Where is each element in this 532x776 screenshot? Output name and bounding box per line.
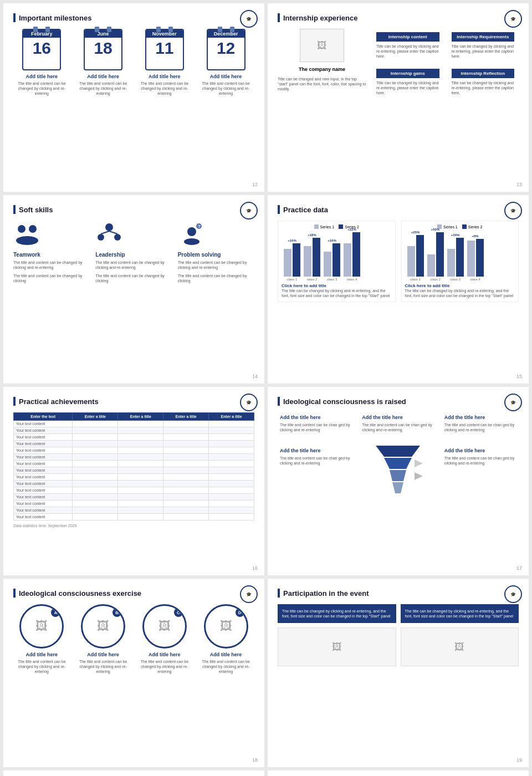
slide-title-participation: Participation in the event — [278, 589, 519, 598]
logo-ideology-exercise: 🎓 — [240, 585, 258, 603]
internship-header-3: Internship gains — [376, 69, 439, 78]
chart-2-desc: The title can be changed by clicking and… — [405, 288, 515, 298]
chart-2-legend: Series 1 Series 2 — [405, 224, 515, 229]
table-row: Your text content — [14, 481, 254, 487]
event-images: 🖼 🖼 — [278, 627, 519, 666]
exercise-letter-b: B — [112, 608, 121, 617]
internship-header-4: Internship Reflection — [452, 69, 515, 78]
internship-left: 🖼 The company name Title can be changed … — [278, 29, 366, 99]
skill-extra-teamwork: The title and content can be changed by … — [13, 273, 90, 283]
bar-group-2-1: +25% class 1 — [407, 231, 424, 281]
slide-title-internship: Internship experience — [278, 13, 519, 22]
exercise-title-a[interactable]: Add title here — [13, 652, 70, 657]
skill-title-teamwork[interactable]: Teamwork — [13, 252, 90, 258]
svg-text:?: ? — [198, 224, 201, 229]
ideology-title-r1[interactable]: Add the title here — [444, 415, 516, 420]
calendar-feb: February 16 — [22, 29, 61, 70]
company-name[interactable]: The company name — [299, 67, 345, 72]
company-desc: Title can be changed and new input, in t… — [278, 76, 366, 91]
calendar-day-dec: 12 — [217, 40, 235, 57]
slide-title-milestones: Important milestones — [13, 13, 254, 22]
table-header-row: Enter the text Enter a title Enter a tit… — [14, 413, 254, 421]
bar-group-2-2: +50% class 2 — [427, 228, 444, 281]
milestone-title-4[interactable]: Add title here — [197, 74, 254, 79]
table-row: Your text content — [14, 447, 254, 454]
calendar-day-jun: 18 — [94, 40, 112, 57]
milestone-desc-1: The title and content can be changed by … — [13, 81, 70, 96]
skill-desc-teamwork: The title and content can be changed by … — [13, 260, 90, 270]
ideology-title-l2[interactable]: Add the title here — [280, 448, 352, 453]
milestone-title-3[interactable]: Add title here — [136, 74, 193, 79]
milestone-item-1: February 16 Add title here The title and… — [13, 29, 70, 96]
legend-2-s2: Series 2 — [462, 224, 483, 229]
logo-achievements: 🎓 — [240, 394, 258, 411]
svg-point-12 — [184, 238, 200, 245]
milestone-title-1[interactable]: Add title here — [13, 74, 70, 79]
ideology-right-col: Add the title here The title and content… — [442, 412, 519, 498]
skill-extra-problemsolving: The title and content can be changed by … — [178, 273, 254, 283]
logo-milestones: 🎓 — [240, 10, 258, 28]
ideology-item-l1: Add the title here The title and content… — [278, 412, 354, 435]
internship-header-2: Internship Requirements — [452, 32, 515, 42]
milestone-item-3: November 11 Add title here The title and… — [136, 29, 193, 96]
exercise-title-c[interactable]: Add title here — [136, 652, 193, 657]
exercise-item-d: D 🖼 Add title here The title and content… — [197, 604, 254, 674]
slide-milestones: Important milestones 🎓 February 16 Add t… — [3, 3, 264, 192]
internship-boxes: Internship content Title can be changed … — [372, 29, 519, 99]
funnel-svg — [370, 440, 426, 496]
bar-group-1-2: +18% class 2 — [304, 233, 320, 281]
slide-ideology-raised: Ideological consciousness is raised 🎓 Ad… — [268, 387, 529, 575]
exercise-title-b[interactable]: Add title here — [75, 652, 132, 657]
milestone-item-4: December 12 Add title here The title and… — [197, 29, 254, 96]
ideology-left-col: Add the title here The title and content… — [278, 412, 354, 498]
table-row: Your text content — [14, 501, 254, 507]
exercise-img-c: 🖼 — [158, 619, 171, 634]
table-row: Your text content — [14, 461, 254, 467]
chart-1: Series 1 Series 2 +10% class 1 +18% — [278, 221, 396, 302]
internship-box-2: Internship Requirements Title can be cha… — [447, 29, 519, 62]
svg-point-5 — [98, 234, 104, 241]
skill-problemsolving: ? Problem solving The title and content … — [178, 221, 254, 287]
event-text-2: The title can be changed by clicking and… — [401, 604, 519, 623]
ideology-item-center: Add the title here The title and content… — [360, 412, 436, 435]
skill-title-leadership[interactable]: Leadership — [95, 252, 172, 258]
page-num-17: 17 — [516, 565, 522, 571]
calendar-jun: June 18 — [84, 29, 122, 70]
table-row: Your text content — [14, 494, 254, 501]
skill-leadership: Leadership The title and content can be … — [95, 221, 172, 287]
exercise-desc-b: The title and content can be changed by … — [75, 659, 132, 674]
page-num-12: 12 — [252, 182, 258, 187]
ideology-title-center[interactable]: Add the title here — [362, 415, 434, 420]
chart-2-title[interactable]: Click here to add title — [405, 283, 515, 288]
chart-1-desc: The title can be changed by clicking and… — [282, 288, 392, 298]
exercise-circle-c: C 🖼 — [142, 604, 187, 649]
event-img-1: 🖼 — [278, 627, 396, 666]
ideology-title-l1[interactable]: Add the title here — [280, 415, 352, 420]
page-num-16: 16 — [252, 565, 258, 571]
svg-line-8 — [109, 231, 117, 234]
event-img-2: 🖼 — [401, 627, 519, 666]
table-row: Your text content — [14, 507, 254, 514]
internship-text-1: Title can be changed by clicking and re-… — [376, 44, 439, 59]
milestone-title-2[interactable]: Add title here — [75, 74, 132, 79]
exercise-title-d[interactable]: Add title here — [197, 652, 254, 657]
calendar-day-nov: 11 — [155, 40, 173, 57]
slide-title-achievements: Practical achievements — [13, 397, 254, 406]
ideology-desc-l2: The title and content can be chan ged by… — [280, 456, 352, 466]
ideology-desc-l1: The title and content can be chan ged by… — [280, 422, 352, 432]
table-row: Your text content — [14, 467, 254, 474]
col-header-5: Enter a title — [209, 413, 254, 421]
ideology-title-r2[interactable]: Add the title here — [444, 448, 516, 453]
ideology-desc-center: The title and content can be chan ged by… — [362, 422, 434, 432]
slide-achievements: Practical achievements 🎓 Enter the text … — [3, 387, 264, 575]
logo-participation: 🎓 — [504, 585, 522, 603]
internship-layout: 🖼 The company name Title can be changed … — [278, 29, 519, 99]
ideology-desc-r1: The title and content can be chan ged by… — [444, 422, 516, 432]
slide-title-softskills: Soft skills — [13, 205, 254, 214]
skill-title-problemsolving[interactable]: Problem solving — [178, 252, 254, 258]
table-row: Your text content — [14, 454, 254, 461]
skill-teamwork: Teamwork The title and content can be ch… — [13, 221, 90, 287]
skills-grid: Teamwork The title and content can be ch… — [13, 221, 254, 287]
chart-1-title[interactable]: Click here to add title — [282, 283, 392, 288]
exercise-img-a: 🖼 — [35, 619, 48, 634]
